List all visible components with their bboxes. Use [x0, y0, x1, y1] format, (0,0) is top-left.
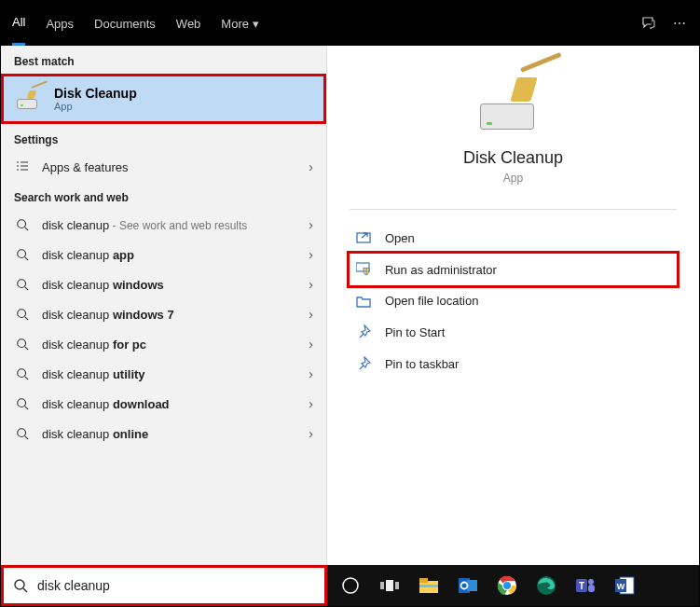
- suggestion-item[interactable]: disk cleanup download›: [1, 389, 326, 419]
- suggestion-item[interactable]: disk cleanup windows›: [1, 269, 326, 299]
- filter-tabs: All Apps Documents Web More ▾: [12, 1, 259, 46]
- action-label: Open file location: [385, 294, 478, 308]
- action-label: Open: [385, 231, 415, 245]
- svg-point-0: [18, 220, 26, 228]
- more-options-icon[interactable]: ⋯: [673, 16, 688, 31]
- best-match-header: Best match: [1, 46, 326, 74]
- suggestion-item[interactable]: disk cleanup windows 7›: [1, 299, 326, 329]
- cortana-icon[interactable]: [333, 570, 368, 601]
- search-icon: [14, 278, 31, 291]
- file-explorer-icon[interactable]: [411, 570, 446, 601]
- word-icon[interactable]: W: [607, 570, 642, 601]
- search-icon: [13, 578, 28, 593]
- tab-more[interactable]: More ▾: [221, 1, 259, 46]
- svg-rect-23: [395, 582, 399, 589]
- action-run-as-administrator[interactable]: Run as administrator: [347, 251, 679, 288]
- suggestion-item[interactable]: disk cleanup - See work and web results›: [1, 210, 326, 240]
- svg-point-14: [18, 429, 26, 437]
- taskview-icon[interactable]: [372, 570, 407, 601]
- svg-text:T: T: [579, 581, 584, 591]
- action-label: Pin to taskbar: [385, 357, 460, 371]
- suggestion-item[interactable]: disk cleanup app›: [1, 240, 326, 269]
- disk-cleanup-icon: [476, 72, 551, 131]
- svg-line-15: [25, 436, 29, 440]
- suggestion-text: disk cleanup utility: [42, 367, 145, 381]
- svg-line-1: [25, 228, 29, 231]
- svg-line-3: [25, 257, 29, 261]
- svg-line-13: [25, 407, 29, 410]
- chevron-right-icon: ›: [309, 159, 313, 174]
- chevron-right-icon: ›: [309, 366, 313, 381]
- chrome-icon[interactable]: [489, 570, 525, 601]
- topbar-right-icons: ⋯: [641, 16, 688, 31]
- best-match-item[interactable]: Disk Cleanup App: [1, 74, 326, 124]
- folder-icon: [355, 295, 372, 308]
- chevron-right-icon: ›: [309, 217, 313, 232]
- chevron-right-icon: ›: [309, 247, 313, 262]
- svg-rect-16: [357, 233, 370, 242]
- best-match-subtitle: App: [54, 101, 137, 112]
- bottom-bar: T W: [1, 565, 699, 606]
- svg-point-31: [503, 582, 511, 589]
- apps-features-icon: [14, 159, 31, 174]
- suggestion-text: disk cleanup for pc: [42, 338, 146, 352]
- chevron-right-icon: ›: [309, 426, 313, 441]
- tab-apps[interactable]: Apps: [46, 1, 74, 46]
- action-pin-to-start[interactable]: Pin to Start: [350, 316, 677, 348]
- action-label: Run as administrator: [385, 263, 497, 277]
- chevron-right-icon: ›: [309, 337, 313, 352]
- search-icon: [14, 427, 31, 440]
- open-icon: [355, 232, 372, 245]
- action-open[interactable]: Open: [350, 223, 677, 254]
- svg-point-4: [18, 280, 26, 288]
- search-input[interactable]: [37, 578, 315, 593]
- svg-rect-21: [380, 582, 384, 589]
- search-filter-bar: All Apps Documents Web More ▾ ⋯: [1, 1, 699, 46]
- preview-pane: Disk Cleanup App OpenRun as administrato…: [327, 46, 699, 565]
- feedback-icon[interactable]: [641, 16, 656, 31]
- outlook-icon[interactable]: [450, 570, 486, 601]
- svg-point-8: [18, 339, 26, 348]
- action-label: Pin to Start: [385, 325, 445, 339]
- action-open-file-location[interactable]: Open file location: [350, 285, 677, 316]
- chevron-down-icon: ▾: [253, 17, 259, 31]
- svg-point-20: [343, 578, 358, 593]
- settings-item-apps-features[interactable]: Apps & features ›: [1, 152, 326, 182]
- preview-actions: OpenRun as administratorOpen file locati…: [350, 223, 677, 379]
- best-match-title: Disk Cleanup: [54, 86, 137, 101]
- taskbar: T W: [327, 565, 699, 606]
- search-box[interactable]: [1, 565, 327, 606]
- edge-icon[interactable]: [528, 570, 564, 601]
- suggestion-text: disk cleanup online: [42, 427, 148, 441]
- svg-rect-22: [386, 580, 393, 591]
- search-icon: [14, 218, 31, 231]
- tab-all[interactable]: All: [12, 1, 25, 46]
- preview-subtitle: App: [503, 172, 523, 185]
- svg-line-11: [25, 377, 29, 380]
- action-pin-to-taskbar[interactable]: Pin to taskbar: [350, 348, 677, 379]
- shield-icon: [355, 262, 372, 277]
- tab-web[interactable]: Web: [176, 1, 201, 46]
- suggestion-item[interactable]: disk cleanup utility›: [1, 359, 326, 389]
- search-icon: [14, 367, 31, 380]
- suggestion-text: disk cleanup - See work and web results: [42, 218, 247, 232]
- suggestion-item[interactable]: disk cleanup for pc›: [1, 329, 326, 359]
- suggestion-list: disk cleanup - See work and web results›…: [1, 210, 326, 448]
- svg-point-2: [18, 250, 26, 258]
- svg-point-18: [15, 580, 24, 589]
- pin-icon: [355, 324, 372, 339]
- settings-item-label: Apps & features: [42, 160, 129, 174]
- svg-point-6: [18, 310, 26, 318]
- tab-documents[interactable]: Documents: [94, 1, 156, 46]
- suggestion-text: disk cleanup download: [42, 397, 170, 411]
- search-icon: [14, 397, 31, 410]
- tab-more-label: More: [221, 17, 249, 31]
- results-left-pane: Best match Disk Cleanup App Settings App…: [1, 46, 327, 565]
- suggestion-item[interactable]: disk cleanup online›: [1, 419, 326, 448]
- svg-line-5: [25, 287, 29, 291]
- svg-point-35: [588, 579, 594, 585]
- svg-line-9: [25, 347, 29, 351]
- pin-icon: [355, 356, 372, 371]
- search-icon: [14, 248, 31, 261]
- teams-icon[interactable]: T: [568, 570, 603, 601]
